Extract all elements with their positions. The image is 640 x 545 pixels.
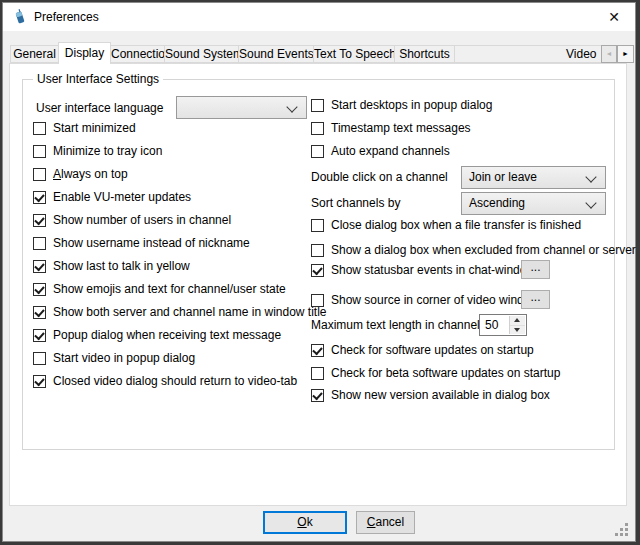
close-button[interactable]: ✕ bbox=[599, 5, 629, 29]
checkbox[interactable] bbox=[311, 264, 324, 277]
checkbox[interactable] bbox=[33, 260, 46, 273]
checkbox-row-minimize-to-tray[interactable]: Minimize to tray icon bbox=[33, 142, 162, 160]
checkbox-row-always-on-top[interactable]: Always on top bbox=[33, 165, 128, 183]
tab-scroll-left-button[interactable]: ◄ bbox=[601, 45, 617, 63]
checkbox-label: Show a dialog box when excluded from cha… bbox=[331, 243, 636, 257]
checkbox-label: Start video in popup dialog bbox=[53, 351, 195, 365]
language-label: User interface language bbox=[36, 101, 163, 115]
checkbox-row-check-updates[interactable]: Check for software updates on startup bbox=[311, 341, 534, 359]
checkbox[interactable] bbox=[33, 329, 46, 342]
checkbox[interactable] bbox=[311, 367, 324, 380]
checkbox-row-close-on-transfer[interactable]: Close dialog box when a file transfer is… bbox=[311, 216, 581, 234]
tab-text-to-speech[interactable]: Text To Speech bbox=[313, 45, 395, 63]
checkbox[interactable] bbox=[33, 306, 46, 319]
checkbox-row-video-popup[interactable]: Start video in popup dialog bbox=[33, 349, 195, 367]
checkbox-row-window-title[interactable]: Show both server and channel name in win… bbox=[33, 303, 327, 321]
checkbox-row-statusbar-events[interactable]: Show statusbar events in chat-window bbox=[311, 261, 535, 279]
checkbox-row-emojis[interactable]: Show emojis and text for channel/user st… bbox=[33, 280, 286, 298]
resize-grip[interactable] bbox=[625, 533, 628, 536]
arrow-left-icon: ◄ bbox=[606, 50, 613, 57]
checkbox-label: Always on top bbox=[53, 167, 128, 181]
checkbox[interactable] bbox=[311, 99, 324, 112]
checkbox-row-vu-meter[interactable]: Enable VU-meter updates bbox=[33, 188, 191, 206]
checkbox[interactable] bbox=[33, 283, 46, 296]
checkbox-row-timestamp[interactable]: Timestamp text messages bbox=[311, 119, 471, 137]
checkbox-row-auto-expand[interactable]: Auto expand channels bbox=[311, 142, 450, 160]
checkbox[interactable] bbox=[33, 237, 46, 250]
checkbox-label: Show new version available in dialog box bbox=[331, 388, 550, 402]
sort-by-label-row: Sort channels by bbox=[311, 194, 400, 212]
checkbox-row-excluded-dialog[interactable]: Show a dialog box when excluded from cha… bbox=[311, 241, 636, 259]
tab-shortcuts[interactable]: Shortcuts bbox=[394, 45, 455, 63]
checkbox-label: Enable VU-meter updates bbox=[53, 190, 191, 204]
checkbox[interactable] bbox=[33, 168, 46, 181]
groupbox-title: User Interface Settings bbox=[33, 72, 163, 86]
app-icon bbox=[12, 9, 28, 25]
window-title: Preferences bbox=[34, 3, 99, 31]
checkbox[interactable] bbox=[33, 122, 46, 135]
tab-display[interactable]: Display bbox=[58, 42, 111, 64]
checkbox[interactable] bbox=[311, 294, 324, 307]
checkbox-row-closed-video-return[interactable]: Closed video dialog should return to vid… bbox=[33, 372, 297, 390]
checkbox[interactable] bbox=[33, 375, 46, 388]
checkbox[interactable] bbox=[311, 344, 324, 357]
double-click-label-row: Double click on a channel bbox=[311, 168, 448, 186]
video-source-browse-button[interactable]: ... bbox=[521, 290, 550, 309]
checkbox-row-new-version-dialog[interactable]: Show new version available in dialog box bbox=[311, 386, 550, 404]
checkbox-label: Closed video dialog should return to vid… bbox=[53, 374, 297, 388]
tab-sound-system[interactable]: Sound System bbox=[164, 45, 239, 63]
checkbox-label: Check for beta software updates on start… bbox=[331, 366, 560, 380]
chevron-down-icon bbox=[286, 101, 297, 112]
checkbox-label: Show number of users in channel bbox=[53, 213, 231, 227]
language-row: User interface language bbox=[36, 96, 163, 119]
checkbox-label: Show username instead of nickname bbox=[53, 236, 250, 250]
double-click-label: Double click on a channel bbox=[311, 170, 448, 184]
checkbox-label: Minimize to tray icon bbox=[53, 144, 162, 158]
checkbox-label: Show last to talk in yellow bbox=[53, 259, 190, 273]
checkbox-row-popup-text-message[interactable]: Popup dialog when receiving text message bbox=[33, 326, 281, 344]
preferences-dialog: Preferences ✕ General Display Connection… bbox=[2, 2, 636, 542]
tab-connection[interactable]: Connection bbox=[110, 45, 165, 63]
title-bar: Preferences ✕ bbox=[3, 3, 635, 31]
cancel-button[interactable]: Cancel bbox=[356, 511, 415, 534]
checkbox[interactable] bbox=[33, 352, 46, 365]
checkbox-label: Start desktops in popup dialog bbox=[331, 98, 492, 112]
statusbar-events-browse-button[interactable]: ... bbox=[521, 260, 550, 279]
tab-sound-events[interactable]: Sound Events bbox=[238, 45, 314, 63]
language-select[interactable] bbox=[176, 96, 307, 119]
close-icon: ✕ bbox=[608, 9, 620, 25]
checkbox-label: Auto expand channels bbox=[331, 144, 450, 158]
tab-general[interactable]: General bbox=[10, 45, 59, 63]
max-text-length-input[interactable]: 50 bbox=[485, 315, 498, 335]
checkbox-row-check-beta-updates[interactable]: Check for beta software updates on start… bbox=[311, 364, 560, 382]
checkbox-label: Close dialog box when a file transfer is… bbox=[331, 218, 581, 232]
checkbox-row-user-count[interactable]: Show number of users in channel bbox=[33, 211, 231, 229]
checkbox[interactable] bbox=[311, 244, 324, 257]
checkbox-row-start-minimized[interactable]: Start minimized bbox=[33, 119, 136, 137]
checkbox[interactable] bbox=[33, 191, 46, 204]
max-text-length-row: Maximum text length in channel list bbox=[311, 316, 498, 334]
checkbox[interactable] bbox=[311, 122, 324, 135]
checkbox[interactable] bbox=[33, 214, 46, 227]
checkbox[interactable] bbox=[311, 145, 324, 158]
checkbox-row-video-source-corner[interactable]: Show source in corner of video window bbox=[311, 291, 539, 309]
sort-by-select[interactable]: Ascending bbox=[461, 192, 606, 215]
ok-button[interactable]: Ok bbox=[263, 511, 347, 534]
checkbox-row-username-instead-nickname[interactable]: Show username instead of nickname bbox=[33, 234, 250, 252]
sort-by-label: Sort channels by bbox=[311, 196, 400, 210]
checkbox-label: Show both server and channel name in win… bbox=[53, 305, 327, 319]
tab-scroll-right-button[interactable]: ► bbox=[617, 45, 634, 63]
checkbox[interactable] bbox=[33, 145, 46, 158]
double-click-value: Join or leave bbox=[469, 170, 537, 184]
checkbox-label: Show source in corner of video window bbox=[331, 293, 539, 307]
checkbox[interactable] bbox=[311, 219, 324, 232]
spin-buttons bbox=[509, 316, 525, 334]
max-text-length-spinbox[interactable]: 50 bbox=[479, 314, 527, 336]
checkbox[interactable] bbox=[311, 389, 324, 402]
double-click-select[interactable]: Join or leave bbox=[461, 166, 606, 189]
checkbox-row-desktops-popup[interactable]: Start desktops in popup dialog bbox=[311, 96, 492, 114]
checkbox-label: Timestamp text messages bbox=[331, 121, 471, 135]
chevron-down-icon bbox=[585, 171, 596, 182]
checkbox-row-last-to-talk[interactable]: Show last to talk in yellow bbox=[33, 257, 190, 275]
spin-down-icon[interactable] bbox=[510, 325, 525, 334]
